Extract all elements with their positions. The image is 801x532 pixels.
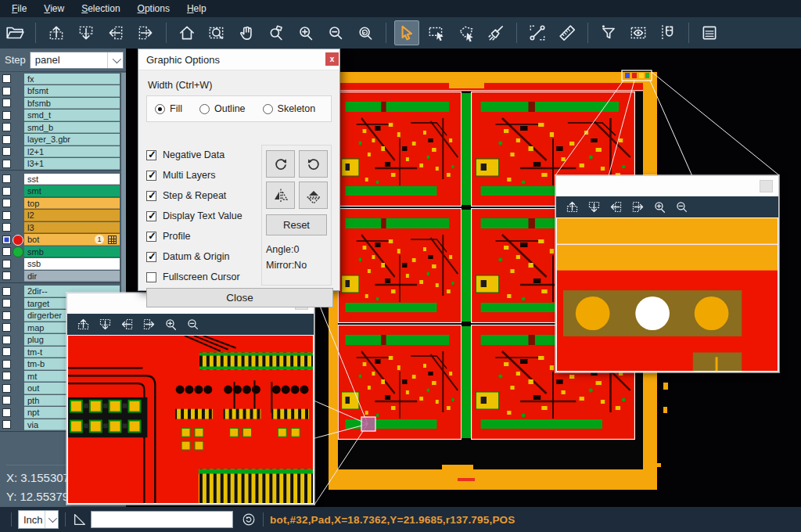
chevron-down-icon[interactable] [45,511,58,528]
select-pointer-button[interactable] [394,20,419,45]
shift-view-left-button[interactable] [117,315,136,334]
step-select[interactable]: panel [30,52,124,69]
layer-name[interactable]: l2+1 [24,146,120,158]
layer-checkbox[interactable] [2,384,11,393]
zoom-object-button[interactable] [264,20,289,45]
step-repeat-grid-icon[interactable] [108,235,117,244]
layer-name[interactable]: l3+1 [24,158,120,170]
layer-checkbox[interactable] [2,347,11,356]
menu-item-file[interactable]: File [5,2,34,16]
layer-checkbox[interactable] [2,271,11,280]
layer-checkbox[interactable] [2,111,11,120]
zoom-window-button[interactable] [204,20,229,45]
layer-panel-button[interactable] [697,20,722,45]
unit-select[interactable]: Inch [18,510,59,529]
zoom-in-button[interactable] [650,198,669,217]
shift-view-left-button[interactable] [606,198,625,217]
checkbox-multi-layers[interactable]: Multi Layers [146,165,268,185]
open-folder-button[interactable] [2,20,27,45]
checkbox-fullscreen-cursor[interactable]: Fullscreen Cursor [146,267,268,287]
mirror-horizontal-button[interactable] [299,182,328,209]
close-icon[interactable]: x [325,52,339,66]
rotate-cw-button[interactable] [266,150,295,178]
layer-checkbox[interactable] [2,311,11,320]
rotate-ccw-button[interactable] [299,150,328,178]
layer-checkbox[interactable] [2,336,11,344]
layer-checkbox[interactable] [2,372,11,380]
checkbox-display-text-value[interactable]: Display Text Value [146,206,268,226]
measure-distance-button[interactable] [525,20,550,45]
layer-checkbox[interactable] [2,323,11,332]
layer-checkbox[interactable] [2,174,11,183]
radio-skeleton[interactable]: Skeleton [263,103,316,114]
close-button[interactable]: Close [146,288,333,307]
layer-checkbox[interactable] [2,160,11,168]
layer-checkbox[interactable] [2,99,11,107]
layer-checkbox[interactable] [2,135,11,144]
layer-name[interactable]: smb [24,246,120,258]
view-options-button[interactable] [626,20,651,45]
select-window-button[interactable] [424,20,449,45]
layer-checkbox[interactable] [2,247,11,256]
layer-name[interactable]: bfsmb [24,98,120,110]
graphic-options-dialog[interactable]: Graphic Options x Width (Ctrl+W) FillOut… [138,49,340,291]
layer-checkbox[interactable] [2,211,11,220]
radio-outline[interactable]: Outline [199,103,246,114]
checkbox-step-repeat[interactable]: Step & Repeat [146,185,268,206]
layer-name[interactable]: l3 [24,222,120,234]
menu-item-options[interactable]: Options [131,2,177,16]
layer-checkbox[interactable] [2,74,11,83]
clear-highlight-button[interactable] [483,20,508,45]
zoom-previous-button[interactable] [353,20,378,45]
radio-fill[interactable]: Fill [155,103,182,114]
layer-checkbox[interactable] [2,187,11,196]
layer-checkbox[interactable] [2,147,11,156]
checkbox-profile[interactable]: Profile [146,226,268,246]
layer-name[interactable]: sst [24,174,120,185]
command-input[interactable] [91,511,233,528]
pan-hand-button[interactable] [234,20,259,45]
layer-checkbox[interactable] [2,408,11,417]
reset-button[interactable]: Reset [266,214,327,235]
shift-view-down-button[interactable] [584,198,603,217]
layer-name[interactable]: l2 [24,210,120,221]
layer-checkbox[interactable] [2,360,11,368]
layer-name[interactable]: top [24,198,120,210]
layer-checkbox[interactable] [2,235,11,244]
zoom-out-button[interactable] [183,315,202,334]
measure-ruler-button[interactable] [555,20,580,45]
layer-checkbox[interactable] [2,260,11,268]
shift-view-right-button[interactable] [139,315,158,334]
home-view-button[interactable] [174,20,199,45]
layer-checkbox[interactable] [2,87,11,95]
menu-item-view[interactable]: View [37,2,71,16]
layer-name[interactable]: bot1 [24,234,120,246]
checkbox-datum-origin[interactable]: Datum & Origin [146,246,268,267]
layer-checkbox[interactable] [2,223,11,232]
checkbox-negative-data[interactable]: Negative Data [146,145,268,165]
menu-item-help[interactable]: Help [180,2,214,16]
shift-view-up-button[interactable] [74,315,92,334]
angle-measure-icon[interactable] [72,512,88,527]
magnifier-window-right[interactable] [555,175,779,372]
shift-view-up-button[interactable] [562,198,581,217]
layer-checkbox[interactable] [2,287,11,296]
layer-checkbox[interactable] [2,123,11,131]
zoom-out-button[interactable] [672,198,691,217]
magnifier-window-left[interactable] [66,293,314,505]
shift-view-right-button[interactable] [628,198,647,217]
zoom-out-button[interactable] [323,20,348,45]
chevron-down-icon[interactable] [107,52,123,68]
shift-view-left-button[interactable] [103,20,128,45]
magnifier-view[interactable] [67,335,314,504]
layer-name[interactable]: fx [24,74,120,85]
layer-checkbox[interactable] [2,396,11,404]
menu-item-selection[interactable]: Selection [74,2,127,16]
mirror-vertical-button[interactable] [266,182,295,209]
apply-refresh-icon[interactable] [241,512,257,527]
zoom-in-button[interactable] [293,20,318,45]
layer-checkbox[interactable] [2,199,11,207]
layer-checkbox[interactable] [2,299,11,307]
magnifier-title-bar[interactable] [556,176,778,196]
layer-name[interactable]: smd_b [24,122,120,134]
